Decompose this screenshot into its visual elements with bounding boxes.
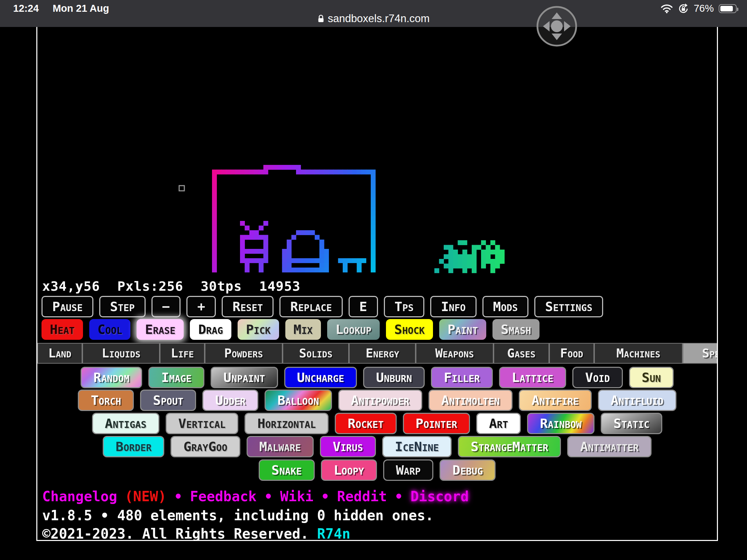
element-warp[interactable]: Warp [383,459,434,481]
tool-shock[interactable]: Shock [386,319,433,340]
footer-link-changelog[interactable]: Changelog [42,488,117,504]
element-void[interactable]: Void [572,367,623,388]
footer-separator: • [264,488,273,504]
url-bar[interactable]: sandboxels.r74n.com [0,12,747,25]
footer-link-reddit[interactable]: Reddit [337,488,387,504]
status-bar: 12:24 Mon 21 Aug sandboxels.r74n.com [0,0,747,27]
control-mods[interactable]: Mods [482,296,529,317]
tool-pick[interactable]: Pick [238,319,279,340]
elements-row-3: AntigasVerticalHorizontalRocketPointerAr… [37,413,717,434]
element-lattice[interactable]: Lattice [499,367,566,388]
element-filler[interactable]: Filler [431,367,492,388]
element-virus[interactable]: Virus [320,436,376,457]
tab-land[interactable]: Land [37,343,82,364]
elements-row-4: BorderGrayGooMalwareVirusIceNineStrangeM… [37,436,717,457]
element-debug[interactable]: Debug [440,459,496,481]
hud-coords: x34,y56 [42,279,100,294]
footer-link-wiki[interactable]: Wiki [280,488,313,504]
tool-paint[interactable]: Paint [439,319,486,340]
element-antifire[interactable]: Antifire [519,390,592,411]
element-strangematter[interactable]: StrangeMatter [458,436,561,457]
element-spout[interactable]: Spout [140,390,196,411]
control-tps[interactable]: Tps [384,296,424,317]
element-loopy[interactable]: Loopy [321,459,377,481]
elements-row-2: TorchSpoutUdderBalloonAntipowderAntimolt… [37,390,717,411]
element-border[interactable]: Border [103,436,164,457]
footer-link-discord[interactable]: Discord [411,488,469,504]
element-antimolten[interactable]: Antimolten [428,390,513,411]
tab-food[interactable]: Food [549,343,594,364]
tool-mix[interactable]: Mix [285,319,321,340]
element-unburn[interactable]: Unburn [363,367,425,388]
element-unpaint[interactable]: Unpaint [211,367,278,388]
control-+[interactable]: + [186,296,216,317]
element-udder[interactable]: Udder [202,390,258,411]
control-step[interactable]: Step [99,296,146,317]
element-antifluid[interactable]: Antifluid [598,390,676,411]
hud-tick-count: 14953 [259,279,301,294]
footer-link-new[interactable]: (NEW) [125,488,166,504]
element-uncharge[interactable]: Uncharge [284,367,357,388]
tool-drag[interactable]: Drag [190,319,231,340]
control-pause[interactable]: Pause [42,296,93,317]
tab-special[interactable]: Special [683,343,718,364]
footer-separator: • [395,488,403,504]
footer-link-feedback[interactable]: Feedback [190,488,257,504]
footer-links: Changelog(NEW)•Feedback•Wiki•Reddit•Disc… [42,488,469,504]
tab-powders[interactable]: Powders [205,343,282,364]
elements-row-1: RandomImageUnpaintUnchargeUnburnFillerLa… [37,367,717,388]
element-icenine[interactable]: IceNine [382,436,452,457]
battery-icon [719,4,737,13]
orientation-lock-icon [678,3,689,14]
wifi-icon [661,4,673,13]
screen: 12:24 Mon 21 Aug sandboxels.r74n.com [0,0,747,560]
tab-machines[interactable]: Machines [594,343,683,364]
dpad-control[interactable] [535,5,578,48]
tab-life[interactable]: Life [160,343,205,364]
hud-stats: x34,y56 Pxls:256 30tps 14953 [42,279,301,294]
tool-heat[interactable]: Heat [42,319,83,340]
tool-cool[interactable]: Cool [89,319,131,340]
control-reset[interactable]: Reset [222,296,274,317]
tab-solids[interactable]: Solids [283,343,349,364]
element-graygoo[interactable]: GrayGoo [170,436,240,457]
element-art[interactable]: Art [476,413,521,434]
control-info[interactable]: Info [430,296,477,317]
copyright-text: ©2021-2023. All Rights Reserved. [42,526,317,541]
control-[interactable]: − [151,296,181,317]
control-replace[interactable]: Replace [279,296,342,317]
element-rainbow[interactable]: Rainbow [527,413,594,434]
element-snake[interactable]: Snake [259,459,315,481]
url-text: sandboxels.r74n.com [328,12,430,25]
element-antimatter[interactable]: Antimatter [567,436,651,457]
status-right: 76% [661,3,737,14]
element-antigas[interactable]: Antigas [92,413,159,434]
element-image[interactable]: Image [148,367,204,388]
element-antipowder[interactable]: Antipowder [338,390,422,411]
r74n-link[interactable]: R74n [317,526,350,541]
category-tabs: LandLiquidsLifePowdersSolidsEnergyWeapon… [37,343,718,364]
control-settings[interactable]: Settings [534,296,603,317]
element-balloon[interactable]: Balloon [265,390,332,411]
element-pointer[interactable]: Pointer [403,413,470,434]
tab-gases[interactable]: Gases [494,343,549,364]
element-static[interactable]: Static [601,413,662,434]
tool-lookup[interactable]: Lookup [327,319,380,340]
element-random[interactable]: Random [81,367,142,388]
element-rocket[interactable]: Rocket [335,413,396,434]
element-sun[interactable]: Sun [629,367,674,388]
tab-energy[interactable]: Energy [349,343,416,364]
element-malware[interactable]: Malware [247,436,314,457]
elements-row-5: SnakeLoopyWarpDebug [37,459,717,481]
element-vertical[interactable]: Vertical [166,413,239,434]
control-e[interactable]: E [349,296,378,317]
element-horizontal[interactable]: Horizontal [245,413,329,434]
footer-separator: • [321,488,329,504]
tab-weapons[interactable]: Weapons [416,343,493,364]
game-container: x34,y56 Pxls:256 30tps 14953 PauseStep−+… [36,27,718,541]
tool-smash[interactable]: Smash [492,319,540,340]
tools-row: HeatCoolEraseDragPickMixLookupShockPaint… [37,319,717,340]
tool-erase[interactable]: Erase [137,319,184,340]
tab-liquids[interactable]: Liquids [82,343,160,364]
element-torch[interactable]: Torch [78,390,134,411]
